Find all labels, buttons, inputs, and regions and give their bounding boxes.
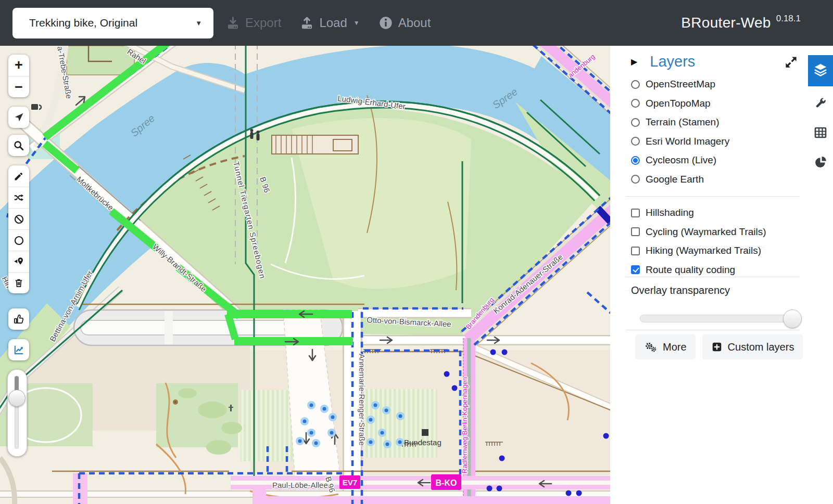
feedback-control	[8, 308, 29, 330]
search-icon	[13, 140, 24, 151]
divider	[626, 196, 800, 197]
street-label-paul: Paul-Löbe-Allee	[272, 481, 328, 489]
reverse-route-button[interactable]	[8, 187, 29, 208]
layers-sidebar: ▶ Layers OpenStreetMap OpenTopoMap Terra…	[610, 46, 833, 504]
nav-links: Export Load ▼ About	[226, 16, 431, 30]
export-label: Export	[245, 16, 281, 30]
base-layer-list: OpenStreetMap OpenTopoMap Terrain (Stame…	[631, 75, 798, 189]
radio-button[interactable]	[631, 137, 640, 146]
custom-layers-button[interactable]: Custom layers	[702, 334, 803, 359]
zoom-out-button[interactable]: −	[8, 76, 29, 97]
layers-icon	[813, 62, 828, 79]
panel-buttons: More Custom layers	[635, 334, 803, 359]
checkbox[interactable]	[631, 265, 640, 274]
upload-icon	[300, 16, 314, 30]
thumbs-up-button[interactable]	[8, 308, 29, 330]
delete-route-button[interactable]	[8, 272, 29, 293]
circle-icon	[14, 235, 24, 246]
locate-control	[8, 107, 29, 128]
tab-data-table[interactable]	[808, 123, 833, 145]
route-opacity-slider[interactable]	[7, 369, 27, 457]
overlay-transparency-slider[interactable]	[640, 315, 800, 322]
overlay-hiking-waymarked[interactable]: Hiking (Waymarked Trails)	[631, 241, 798, 261]
tab-layers[interactable]	[808, 55, 833, 86]
transparency-label: Overlay transparency	[631, 285, 730, 296]
profile-select-value: Trekking bike, Original	[29, 17, 195, 29]
top-navbar: Trekking bike, Original ▼ Export Load ▼ …	[0, 0, 833, 46]
app-title: BRouter-Web	[681, 15, 771, 31]
caret-right-icon: ▶	[631, 57, 637, 67]
search-button[interactable]	[8, 135, 29, 156]
route-tools	[8, 165, 29, 293]
tab-statistics[interactable]	[808, 152, 833, 174]
street-label-annemarie: Annemarie-Renger-Straße	[358, 354, 367, 446]
radio-button[interactable]	[631, 118, 640, 127]
checkbox[interactable]	[631, 209, 640, 217]
table-icon	[814, 127, 827, 140]
thumbs-up-icon	[13, 313, 25, 325]
trash-icon	[14, 278, 24, 288]
sidebar-tab-rail	[808, 46, 833, 504]
tab-profile-settings[interactable]	[808, 94, 833, 115]
circle-nogo-button[interactable]	[8, 229, 29, 251]
elevation-control	[8, 339, 29, 360]
base-layer-cycleosm-live[interactable]: Cycleosm (Live)	[631, 151, 798, 170]
base-layer-terrain-stamen[interactable]: Terrain (Stamen)	[631, 113, 798, 132]
nogo-button[interactable]	[8, 208, 29, 229]
zoom-in-button[interactable]: +	[8, 55, 29, 76]
slider-handle[interactable]	[783, 309, 802, 328]
poi-button[interactable]	[8, 251, 29, 272]
checkbox[interactable]	[631, 227, 640, 236]
slider-handle[interactable]	[8, 390, 26, 407]
search-control	[8, 135, 29, 156]
divider	[626, 330, 800, 330]
route-badge-ev7: EV7	[339, 475, 360, 489]
layers-panel-header[interactable]: ▶ Layers	[631, 53, 695, 70]
map-svg: Ludwig-Erhard-Ufer Spree Spree Moltkebrü…	[0, 46, 610, 504]
app-version: 0.18.1	[776, 14, 801, 24]
base-layer-opentopomap[interactable]: OpenTopoMap	[631, 94, 798, 113]
route-badge-bko: B-KO	[431, 474, 461, 490]
app-brand: BRouter-Web 0.18.1	[681, 15, 801, 31]
caret-down-icon: ▼	[195, 19, 202, 27]
checkbox[interactable]	[631, 247, 640, 255]
overlay-hillshading[interactable]: Hillshading	[631, 203, 798, 223]
profile-select[interactable]: Trekking bike, Original ▼	[12, 8, 213, 38]
zoom-in-icon: +	[15, 57, 23, 73]
export-button[interactable]: Export	[226, 16, 281, 30]
layers-panel: ▶ Layers OpenStreetMap OpenTopoMap Terra…	[610, 46, 808, 504]
divider	[626, 277, 800, 277]
radio-button[interactable]	[631, 175, 640, 184]
slider-groove	[15, 376, 19, 449]
panel-title: Layers	[650, 53, 695, 70]
overlay-cycling-waymarked[interactable]: Cycling (Waymarked Trails)	[631, 223, 798, 242]
more-button[interactable]: More	[635, 334, 696, 359]
draw-route-button[interactable]	[8, 165, 29, 187]
locate-button[interactable]	[8, 107, 29, 128]
download-icon	[226, 16, 240, 30]
load-button[interactable]: Load ▼	[300, 16, 359, 30]
map-canvas[interactable]: Ludwig-Erhard-Ufer Spree Spree Moltkebrü…	[0, 46, 610, 504]
route-label-radfernweg: Radfernweg Berlin-Kopenhagen	[461, 377, 469, 473]
expand-panel-button[interactable]	[784, 55, 798, 71]
zoom-out-icon: −	[15, 79, 23, 95]
zoom-control: + −	[8, 55, 29, 97]
base-layer-google-earth[interactable]: Google Earth	[631, 170, 798, 189]
gears-icon	[644, 341, 658, 353]
load-label: Load	[319, 16, 347, 30]
caret-down-icon: ▼	[354, 19, 360, 27]
radio-button[interactable]	[631, 80, 640, 89]
wrench-icon	[814, 97, 827, 112]
radio-button[interactable]	[631, 156, 640, 165]
about-button[interactable]: About	[378, 16, 431, 30]
elevation-chart-button[interactable]	[8, 339, 29, 360]
ban-icon	[14, 214, 24, 225]
radio-button[interactable]	[631, 99, 640, 108]
about-label: About	[398, 16, 431, 30]
shuffle-icon	[13, 192, 24, 203]
base-layer-openstreetmap[interactable]: OpenStreetMap	[631, 75, 798, 94]
svg-text:B-KO: B-KO	[436, 479, 457, 487]
poi-pin-icon	[13, 256, 24, 267]
base-layer-esri-world-imagery[interactable]: Esri World Imagery	[631, 132, 798, 151]
plus-square-icon	[711, 341, 723, 353]
